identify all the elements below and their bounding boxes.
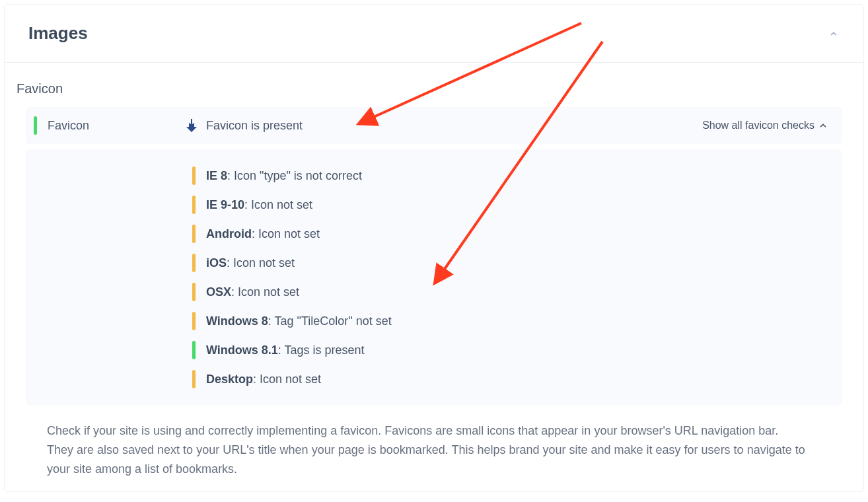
favicon-check-row: Desktop: Icon not set — [192, 365, 828, 394]
favicon-check-row: Windows 8: Tag "TileColor" not set — [192, 306, 828, 336]
favicon-check-row: IE 9-10: Icon not set — [192, 190, 828, 219]
collapse-icon[interactable] — [828, 28, 840, 40]
favicon-check-text: Windows 8: Tag "TileColor" not set — [206, 314, 392, 328]
favicon-check-row: iOS: Icon not set — [192, 248, 828, 277]
favicon-section-title: Favicon — [5, 63, 863, 107]
favicon-check-text: iOS: Icon not set — [206, 256, 295, 270]
status-indicator-orange — [192, 283, 196, 301]
favicon-summary-row: Favicon Favicon is present Show all favi… — [26, 107, 842, 144]
favicon-check-text: IE 8: Icon "type" is not correct — [206, 169, 362, 183]
show-all-label: Show all favicon checks — [702, 120, 814, 131]
favicon-check-text: Android: Icon not set — [206, 227, 320, 241]
favicon-check-row: Android: Icon not set — [192, 219, 828, 248]
favicon-checks-panel: IE 8: Icon "type" is not correctIE 9-10:… — [26, 149, 842, 406]
card-body: Favicon Favicon Favicon is present Show … — [5, 63, 863, 491]
favicon-check-text: IE 9-10: Icon not set — [206, 198, 312, 212]
status-indicator-green — [192, 341, 196, 359]
status-indicator-orange — [192, 166, 196, 185]
favicon-description: Check if your site is using and correctl… — [5, 406, 863, 478]
favicon-description-p1: Check if your site is using and correctl… — [47, 421, 821, 441]
favicon-check-row: IE 8: Icon "type" is not correct — [192, 161, 828, 190]
favicon-check-text: Windows 8.1: Tags is present — [206, 343, 365, 357]
images-card: Images Favicon Favicon Favicon is presen… — [4, 4, 864, 492]
favicon-icon — [184, 118, 199, 133]
status-indicator-green — [34, 116, 37, 135]
status-indicator-orange — [192, 225, 196, 243]
favicon-summary-text: Favicon is present — [206, 119, 702, 133]
favicon-check-row: OSX: Icon not set — [192, 277, 828, 306]
show-all-favicon-checks-button[interactable]: Show all favicon checks — [702, 120, 828, 131]
card-header: Images — [5, 5, 863, 63]
chevron-up-icon — [818, 121, 828, 130]
card-title: Images — [28, 23, 88, 44]
favicon-row-label: Favicon — [48, 119, 184, 133]
status-indicator-orange — [192, 254, 196, 272]
favicon-check-text: OSX: Icon not set — [206, 285, 299, 299]
favicon-check-text: Desktop: Icon not set — [206, 373, 321, 386]
status-indicator-orange — [192, 196, 196, 214]
favicon-description-p2: They are also saved next to your URL's t… — [47, 441, 821, 479]
status-indicator-orange — [192, 312, 196, 330]
status-indicator-orange — [192, 370, 196, 388]
favicon-check-row: Windows 8.1: Tags is present — [192, 336, 828, 365]
